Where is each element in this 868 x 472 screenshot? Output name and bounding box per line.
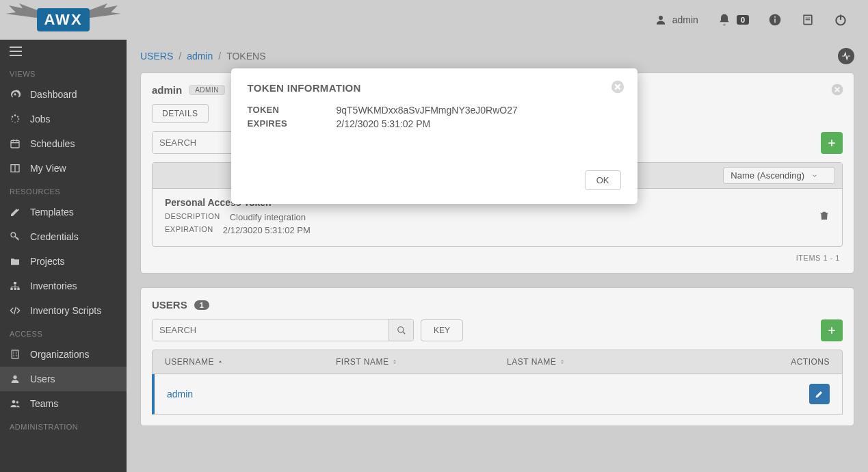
modal-ok-button[interactable]: OK — [585, 170, 621, 190]
token-info-modal: TOKEN INFORMATION TOKEN 9qT5WKMDxx8aSvJF… — [231, 68, 637, 204]
modal-expires-label: EXPIRES — [248, 118, 337, 129]
modal-token-value: 9qT5WKMDxx8aSvJFMmgNY3eJ0RwO27 — [337, 105, 518, 116]
close-circle-icon — [610, 79, 625, 94]
modal-close-button[interactable] — [610, 79, 625, 94]
modal-expires-value: 2/12/3020 5:31:02 PM — [337, 118, 431, 129]
modal-token-label: TOKEN — [248, 105, 337, 116]
modal-title: TOKEN INFORMATION — [248, 82, 621, 94]
